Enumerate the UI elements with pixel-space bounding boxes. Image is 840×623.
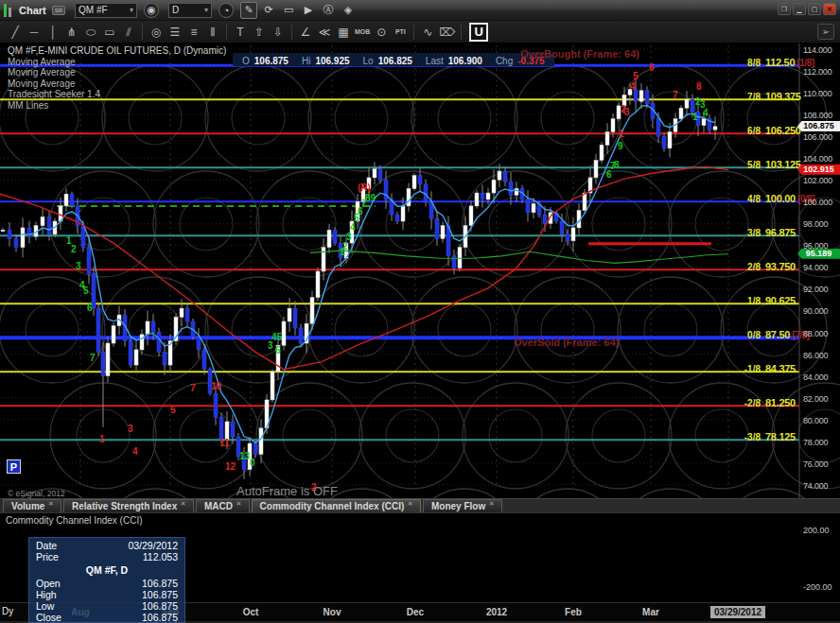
candle-body bbox=[668, 132, 672, 148]
tab-volume[interactable]: Volume× bbox=[3, 499, 61, 512]
tooltip-cell: 106.875 bbox=[142, 612, 178, 623]
y-axis-tick: 106.000 bbox=[803, 132, 832, 142]
seeker-count-buy: 4 bbox=[703, 109, 709, 118]
candle-body bbox=[282, 321, 286, 345]
y-axis-tick: 78.000 bbox=[803, 438, 828, 447]
candle-body bbox=[407, 188, 411, 205]
candle-body bbox=[322, 248, 325, 271]
candle-body bbox=[219, 417, 223, 439]
candle-body bbox=[492, 180, 496, 193]
close-tab-icon[interactable]: × bbox=[181, 500, 185, 508]
y-axis-tick: 104.000 bbox=[803, 154, 832, 164]
overbought-label: OverBought (Frame: 64) bbox=[520, 48, 639, 60]
mm-label-part: 81.250 bbox=[765, 397, 796, 408]
tooltip-row: High106.875 bbox=[36, 589, 178, 600]
y-axis-tick: 86.000 bbox=[803, 351, 828, 360]
candle-body bbox=[96, 308, 100, 352]
candle-body bbox=[645, 91, 649, 104]
candle-body bbox=[583, 193, 586, 210]
chart-window: Chart SR QM #F ▾ ◉ D ▾ ◔ ✎⟳▭▶Ⓐ◈ ❐▁▢✕ ➢ ╱… bbox=[0, 0, 840, 623]
quote-field: Last106.900 bbox=[426, 51, 482, 68]
y-axis-tick: 82.000 bbox=[803, 394, 828, 404]
candle-body bbox=[151, 321, 155, 333]
candle-body bbox=[662, 136, 666, 148]
seeker-count-sell: 5 bbox=[170, 406, 176, 415]
candle-body bbox=[1, 230, 5, 232]
mm-label-part: 8/8 bbox=[736, 58, 761, 68]
candle-body bbox=[509, 182, 513, 196]
candle-body bbox=[106, 343, 110, 376]
copyright-label: © eSignal, 2012 bbox=[8, 489, 65, 498]
mm-label-part: 93.750 bbox=[765, 261, 796, 272]
tooltip-cell: Open bbox=[36, 578, 61, 589]
pane-p-badge[interactable]: P bbox=[7, 459, 21, 474]
mm-label-part: 87.50 bbox=[765, 329, 790, 340]
tab-relative-strength-index[interactable]: Relative Strength Index× bbox=[63, 499, 194, 512]
oversold-label: OverSold (Frame: 64) bbox=[514, 337, 619, 348]
legend-line: Moving Average bbox=[8, 57, 226, 68]
seeker-count-buy: 7 bbox=[90, 354, 96, 363]
mm-label-part: 4/8 bbox=[736, 194, 761, 204]
tooltip-cell: Date bbox=[36, 540, 57, 551]
seeker-count-buy: 0 bbox=[250, 459, 255, 468]
candle-body bbox=[259, 428, 263, 455]
tooltip-row: Date03/29/2012 bbox=[36, 540, 178, 551]
candle-body bbox=[571, 228, 575, 241]
candle-body bbox=[702, 119, 706, 126]
tooltip-cell: 112.053 bbox=[143, 551, 178, 562]
quote-label: Last bbox=[426, 56, 444, 66]
candle-body bbox=[293, 308, 297, 328]
tooltip-cell: 03/29/2012 bbox=[128, 540, 178, 551]
seeker-count-buy: 6 bbox=[275, 346, 281, 355]
seeker-count-buy: 45 bbox=[271, 333, 282, 342]
quote-field: O106.875 bbox=[242, 51, 289, 68]
candle-body bbox=[87, 248, 91, 274]
tooltip-row: Open106.875 bbox=[36, 578, 178, 589]
y-axis-tick: 112.000 bbox=[803, 67, 831, 77]
legend-line: Tradesight Seeker 1.4 bbox=[8, 89, 226, 100]
quote-value: 106.925 bbox=[315, 56, 349, 66]
candle-body bbox=[202, 350, 206, 370]
mm-label-part: 100.00 bbox=[765, 193, 796, 204]
candle-body bbox=[560, 221, 564, 234]
quote-label: O bbox=[242, 56, 250, 66]
close-tab-icon[interactable]: × bbox=[48, 500, 53, 508]
close-tab-icon[interactable]: × bbox=[408, 500, 412, 508]
tab-macd[interactable]: MACD× bbox=[196, 499, 250, 512]
seeker-count-buy: 3 bbox=[76, 262, 81, 271]
seeker-count-sell: 3 bbox=[128, 424, 133, 434]
quote-label: Hi bbox=[302, 56, 310, 66]
candle-body bbox=[469, 206, 473, 226]
candle-body bbox=[271, 372, 274, 400]
quote-value: 106.900 bbox=[448, 56, 482, 66]
close-tab-icon[interactable]: × bbox=[489, 500, 494, 508]
mm-label-part: 6/8 bbox=[736, 126, 761, 136]
candle-body bbox=[378, 169, 382, 181]
mm-label-part: 3/8 bbox=[736, 228, 761, 238]
tooltip-cell: 106.875 bbox=[142, 589, 178, 600]
y-axis-tick: 90.000 bbox=[803, 306, 828, 316]
price-tag: 102.915 bbox=[797, 164, 840, 175]
y-axis-tick: 74.000 bbox=[803, 481, 828, 491]
candle-body bbox=[600, 145, 604, 160]
y-axis-tick: 114.000 bbox=[803, 45, 831, 55]
cci-pane-title: Commodity Channel Index (CCI) bbox=[6, 515, 143, 526]
tab-money-flow[interactable]: Money Flow× bbox=[423, 499, 502, 512]
tab-commodity-channel-index-cci-[interactable]: Commodity Channel Index (CCI)× bbox=[252, 499, 421, 512]
month-label: Feb bbox=[565, 607, 582, 617]
seeker-count-buy: 1 bbox=[692, 112, 698, 122]
month-label: Nov bbox=[324, 607, 341, 617]
candle-body bbox=[685, 99, 689, 108]
quote-value: 106.875 bbox=[254, 56, 289, 66]
seeker-count-sell: 12 bbox=[225, 462, 236, 472]
candle-body bbox=[526, 199, 530, 213]
candle-body bbox=[503, 171, 507, 182]
last-date-tag: 03/29/2012 bbox=[710, 606, 765, 618]
legend-line: MM Lines bbox=[8, 100, 226, 112]
candle-body bbox=[316, 271, 320, 298]
candle-body bbox=[163, 352, 166, 365]
close-tab-icon[interactable]: × bbox=[236, 500, 241, 508]
mm-label-part: -3/8 bbox=[736, 432, 761, 442]
seeker-count-buy: 6 bbox=[606, 170, 612, 180]
candle-body bbox=[327, 230, 331, 247]
